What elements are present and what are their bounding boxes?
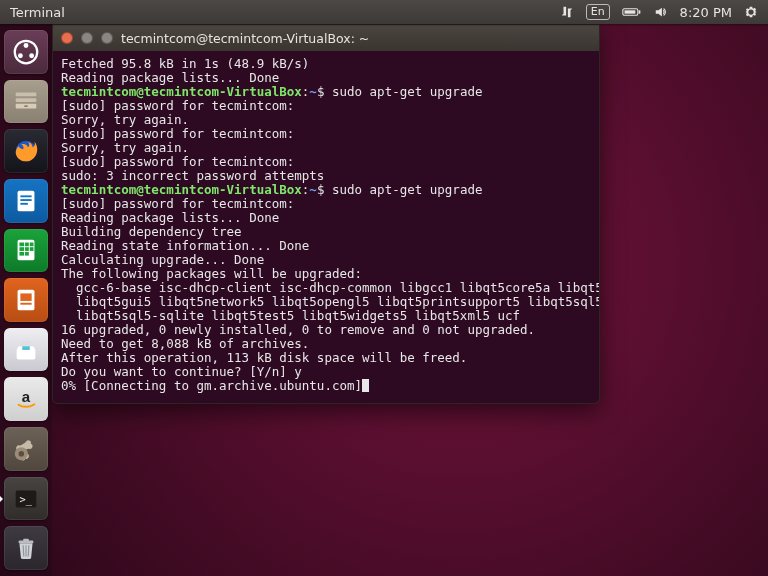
term-line: 16 upgraded, 0 newly installed, 0 to rem… xyxy=(61,322,535,337)
svg-rect-26 xyxy=(20,293,31,301)
terminal-body[interactable]: Fetched 95.8 kB in 1s (48.9 kB/s) Readin… xyxy=(53,51,599,403)
svg-rect-21 xyxy=(25,248,29,252)
launcher-firefox[interactable] xyxy=(4,129,48,173)
svg-point-5 xyxy=(18,53,23,58)
svg-point-4 xyxy=(24,43,29,48)
svg-rect-24 xyxy=(25,252,29,256)
launcher-files[interactable] xyxy=(4,80,48,124)
top-menubar: Terminal En 8:20 PM xyxy=(0,0,768,24)
term-line: The following packages will be upgraded: xyxy=(61,266,362,281)
term-line: Sorry, try again. xyxy=(61,140,189,155)
svg-rect-20 xyxy=(19,248,24,252)
svg-rect-23 xyxy=(19,252,24,256)
term-line: libqt5gui5 libqt5network5 libqt5opengl5 … xyxy=(61,294,600,309)
term-line: Do you want to continue? [Y/n] xyxy=(61,364,294,379)
term-line: Building dependency tree xyxy=(61,224,242,239)
launcher-settings[interactable] xyxy=(4,427,48,471)
svg-point-6 xyxy=(29,53,34,58)
active-app-title: Terminal xyxy=(10,5,65,20)
term-line: [sudo] password for tecmintcom: xyxy=(61,126,294,141)
launcher-trash[interactable] xyxy=(4,526,48,570)
svg-rect-19 xyxy=(30,243,34,247)
term-line: [sudo] password for tecmintcom: xyxy=(61,154,294,169)
term-line: After this operation, 113 kB disk space … xyxy=(61,350,467,365)
svg-rect-35 xyxy=(23,539,29,542)
prompt-path: ~ xyxy=(309,84,317,99)
battery-icon[interactable] xyxy=(622,6,642,18)
svg-rect-15 xyxy=(20,203,28,205)
term-line: 0% [Connecting to gm.archive.ubuntu.com] xyxy=(61,378,362,393)
svg-rect-1 xyxy=(638,10,640,13)
launcher-amazon[interactable]: a xyxy=(4,377,48,421)
svg-rect-22 xyxy=(30,248,34,252)
keyboard-language-indicator[interactable]: En xyxy=(586,4,610,20)
launcher-calc[interactable] xyxy=(4,229,48,273)
prompt-user: tecmintcom@tecmintcom-VirtualBox xyxy=(61,84,302,99)
svg-rect-14 xyxy=(20,199,31,201)
svg-text:>_: >_ xyxy=(19,492,32,505)
term-line: Sorry, try again. xyxy=(61,112,189,127)
command-input: sudo apt-get upgrade xyxy=(332,84,483,99)
svg-rect-2 xyxy=(624,10,635,13)
launcher-impress[interactable] xyxy=(4,278,48,322)
svg-rect-27 xyxy=(20,303,31,305)
term-line: libqt5sql5-sqlite libqt5test5 libqt5widg… xyxy=(61,308,520,323)
term-line: Need to get 8,088 kB of archives. xyxy=(61,336,309,351)
svg-point-31 xyxy=(19,451,25,457)
prompt-user: tecmintcom@tecmintcom-VirtualBox xyxy=(61,182,302,197)
term-line: Calculating upgrade... Done xyxy=(61,252,264,267)
network-icon[interactable] xyxy=(560,5,574,19)
launcher-writer[interactable] xyxy=(4,179,48,223)
term-line: Reading package lists... Done xyxy=(61,70,279,85)
svg-rect-8 xyxy=(16,99,37,103)
terminal-window: tecmintcom@tecmintcom-VirtualBox: ~ Fetc… xyxy=(52,24,600,404)
svg-rect-17 xyxy=(19,243,24,247)
svg-line-36 xyxy=(23,545,24,556)
indicator-area: En 8:20 PM xyxy=(560,4,758,20)
term-line: [sudo] password for tecmintcom: xyxy=(61,98,294,113)
term-line: sudo: 3 incorrect password attempts xyxy=(61,168,324,183)
svg-rect-28 xyxy=(22,346,30,350)
window-titlebar[interactable]: tecmintcom@tecmintcom-VirtualBox: ~ xyxy=(53,25,599,51)
command-input: sudo apt-get upgrade xyxy=(332,182,483,197)
clock[interactable]: 8:20 PM xyxy=(680,5,732,20)
launcher-software[interactable] xyxy=(4,328,48,372)
volume-icon[interactable] xyxy=(654,5,668,19)
launcher-dock: a >_ xyxy=(0,24,52,576)
term-line: Fetched 95.8 kB in 1s (48.9 kB/s) xyxy=(61,56,309,71)
launcher-terminal[interactable]: >_ xyxy=(4,477,48,521)
close-icon[interactable] xyxy=(61,32,73,44)
window-title: tecmintcom@tecmintcom-VirtualBox: ~ xyxy=(121,31,369,46)
minimize-icon[interactable] xyxy=(81,32,93,44)
svg-rect-7 xyxy=(16,93,37,97)
term-line: [sudo] password for tecmintcom: xyxy=(61,196,294,211)
svg-rect-10 xyxy=(24,106,28,108)
launcher-dash[interactable] xyxy=(4,30,48,74)
gear-icon[interactable] xyxy=(744,5,758,19)
term-line: Reading state information... Done xyxy=(61,238,309,253)
svg-rect-18 xyxy=(25,243,29,247)
term-line: Reading package lists... Done xyxy=(61,210,279,225)
continue-answer: y xyxy=(294,364,302,379)
maximize-icon[interactable] xyxy=(101,32,113,44)
svg-rect-13 xyxy=(20,195,31,197)
svg-line-38 xyxy=(28,545,29,556)
cursor-block xyxy=(362,379,369,392)
term-line: gcc-6-base isc-dhcp-client isc-dhcp-comm… xyxy=(61,280,600,295)
prompt-path: ~ xyxy=(309,182,317,197)
svg-text:a: a xyxy=(22,388,31,405)
